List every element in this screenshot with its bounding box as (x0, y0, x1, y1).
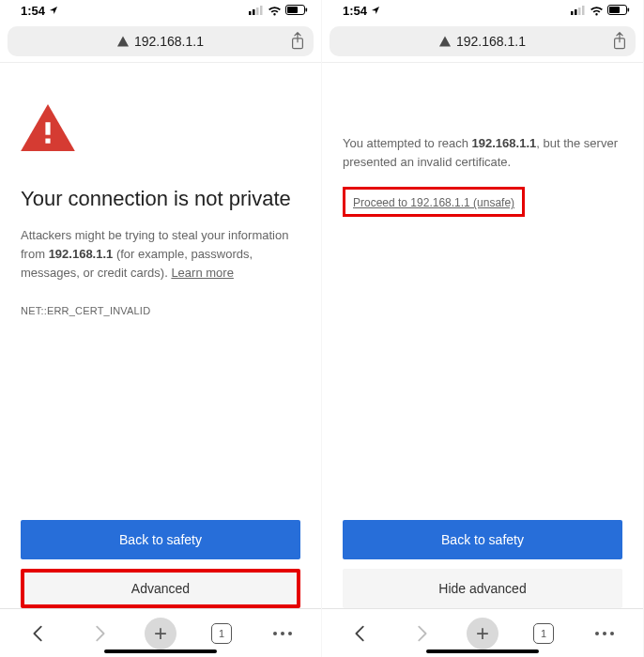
advanced-body: You attempted to reach 192.168.1.1, but … (343, 134, 622, 172)
nav-menu-button[interactable] (584, 613, 625, 654)
url-text: 192.168.1.1 (456, 34, 526, 49)
svg-rect-3 (260, 6, 263, 15)
share-button[interactable] (604, 32, 636, 51)
warning-body: Attackers might be trying to steal your … (21, 226, 300, 283)
status-right (249, 5, 308, 16)
tabs-icon: 1 (533, 623, 554, 644)
back-to-safety-button[interactable]: Back to safety (343, 520, 622, 559)
action-buttons: Back to safety Hide advanced (343, 520, 622, 608)
nav-forward-button[interactable] (401, 613, 442, 654)
home-indicator (426, 649, 539, 653)
svg-rect-5 (287, 7, 298, 13)
insecure-icon (117, 36, 129, 47)
url-bar-area: 192.168.1.1 (0, 21, 321, 63)
status-time: 1:54 (343, 4, 367, 18)
plus-icon: + (467, 618, 498, 649)
svg-rect-12 (578, 8, 581, 15)
nav-back-button[interactable] (340, 613, 381, 654)
url-bar-area: 192.168.1.1 (322, 21, 643, 63)
warning-icon (21, 104, 300, 151)
learn-more-link[interactable]: Learn more (171, 266, 233, 280)
cellular-icon (249, 6, 264, 15)
svg-rect-1 (253, 9, 255, 15)
location-icon (371, 6, 380, 15)
url-bar[interactable]: 192.168.1.1 (330, 26, 636, 56)
battery-icon (285, 5, 308, 16)
status-bar: 1:54 (322, 0, 643, 21)
svg-rect-13 (582, 6, 585, 15)
tabs-icon: 1 (211, 623, 232, 644)
insecure-icon (439, 36, 451, 47)
location-icon (49, 6, 58, 15)
battery-icon (607, 5, 630, 16)
hide-advanced-button[interactable]: Hide advanced (343, 569, 622, 608)
proceed-link[interactable]: Proceed to 192.168.1.1 (unsafe) (353, 196, 514, 209)
status-bar: 1:54 (0, 0, 321, 21)
plus-icon: + (145, 618, 176, 649)
nav-tabs-button[interactable]: 1 (523, 613, 564, 654)
status-time: 1:54 (21, 4, 45, 18)
proceed-highlight: Proceed to 192.168.1.1 (unsafe) (343, 187, 525, 217)
svg-rect-2 (256, 8, 259, 15)
wifi-icon (590, 6, 604, 16)
menu-icon (273, 632, 292, 635)
share-button[interactable] (282, 32, 314, 51)
svg-rect-15 (609, 7, 620, 13)
svg-rect-16 (628, 8, 630, 12)
content-area: You attempted to reach 192.168.1.1, but … (322, 134, 643, 217)
error-code: NET::ERR_CERT_INVALID (21, 305, 300, 316)
svg-rect-9 (45, 139, 50, 144)
back-to-safety-button[interactable]: Back to safety (21, 520, 300, 559)
svg-rect-6 (306, 8, 308, 12)
headline: Your connection is not private (21, 187, 300, 211)
nav-new-tab-button[interactable]: + (462, 613, 503, 654)
url-text: 192.168.1.1 (134, 34, 204, 49)
advanced-button[interactable]: Advanced (21, 569, 300, 608)
status-right (571, 5, 630, 16)
nav-menu-button[interactable] (262, 613, 303, 654)
content-area: Your connection is not private Attackers… (0, 104, 321, 316)
cellular-icon (571, 6, 586, 15)
nav-back-button[interactable] (18, 613, 59, 654)
menu-icon (595, 632, 614, 635)
svg-rect-10 (571, 11, 574, 15)
svg-rect-11 (575, 9, 577, 15)
action-buttons: Back to safety Advanced (21, 520, 300, 608)
phone-right: 1:54 192.168.1.1 (322, 0, 644, 657)
nav-forward-button[interactable] (79, 613, 120, 654)
nav-tabs-button[interactable]: 1 (201, 613, 242, 654)
home-indicator (104, 649, 217, 653)
svg-rect-0 (249, 11, 252, 15)
svg-rect-8 (45, 122, 50, 134)
url-bar[interactable]: 192.168.1.1 (8, 26, 314, 56)
phone-left: 1:54 192.168.1.1 (0, 0, 322, 657)
wifi-icon (268, 6, 282, 16)
nav-new-tab-button[interactable]: + (140, 613, 181, 654)
